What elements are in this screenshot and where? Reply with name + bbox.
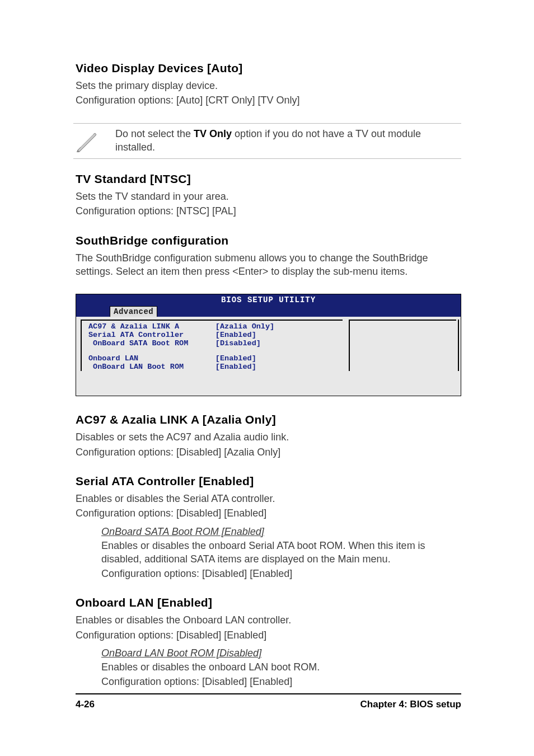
text: Enables or disables the Serial ATA contr… [76,492,461,505]
subheading: OnBoard SATA Boot ROM [Enabled] [101,526,461,538]
heading-ac97: AC97 & Azalia LINK A [Azalia Only] [76,413,461,426]
bios-setup-screenshot: BIOS SETUP UTILITY Advanced AC97 & Azali… [76,294,461,396]
bios-item-row: AC97 & Azalia LINK A [Azalia Only] [88,322,341,331]
text: Configuration options: [Auto] [CRT Only]… [76,93,461,107]
bios-item-row [88,348,341,354]
subheading: OnBoard LAN Boot ROM [Disabled] [101,647,461,659]
bios-tab: Advanced [110,306,157,317]
text: Configuration options: [Disabled] [Enabl… [101,675,461,688]
section-ac97: AC97 & Azalia LINK A [Azalia Only] Disab… [76,413,461,459]
text: Configuration options: [Disabled] [Enabl… [76,628,461,642]
svg-line-0 [81,134,93,147]
heading-southbridge: SouthBridge configuration [76,234,461,247]
pencil-note-icon [73,129,100,152]
section-lan: Onboard LAN [Enabled] Enables or disable… [76,596,461,688]
text: Enables or disables the onboard Serial A… [101,539,461,566]
section-sata: Serial ATA Controller [Enabled] Enables … [76,475,461,580]
text: The SouthBridge configuration submenu al… [76,251,461,279]
section-tv: TV Standard [NTSC] Sets the TV standard … [76,172,461,218]
footer: 4-26 Chapter 4: BIOS setup [76,693,461,710]
text: Configuration options: [NTSC] [PAL] [76,204,461,218]
subsection-sata-boot: OnBoard SATA Boot ROM [Enabled] Enables … [101,526,461,581]
bios-item-row: OnBoard SATA Boot ROM [Disabled] [88,339,341,348]
bios-title: BIOS SETUP UTILITY [221,295,316,304]
section-video: Video Display Devices [Auto] Sets the pr… [76,62,461,107]
heading-tv: TV Standard [NTSC] [76,172,461,186]
bios-item-row: Serial ATA Controller [Enabled] [88,331,341,339]
bios-item-row: Onboard LAN [Enabled] [88,354,341,363]
text: Enables or disables the Onboard LAN cont… [76,613,461,627]
subsection-lan-boot: OnBoard LAN Boot ROM [Disabled] Enables … [101,647,461,689]
heading-video: Video Display Devices [Auto] [76,62,461,75]
heading-lan: Onboard LAN [Enabled] [76,596,461,609]
chapter-label: Chapter 4: BIOS setup [360,699,461,710]
section-southbridge: SouthBridge configuration The SouthBridg… [76,234,461,279]
note-bold: TV Only [194,128,232,139]
text: Disables or sets the AC97 and Azalia aud… [76,430,461,444]
text: Configuration options: [Disabled] [Enabl… [101,567,461,580]
text: Configuration options: [Disabled] [Azali… [76,445,461,459]
text: Enables or disables the onboard LAN boot… [101,660,461,674]
note-pre: Do not select the [115,128,194,139]
text: Sets the primary display device. [76,79,461,92]
heading-sata: Serial ATA Controller [Enabled] [76,475,461,488]
page-number: 4-26 [76,699,95,710]
text: Configuration options: [Disabled] [Enabl… [76,506,461,520]
bios-left-panel: AC97 & Azalia LINK A [Azalia Only]Serial… [76,317,349,396]
bios-item-row: OnBoard LAN Boot ROM [Enabled] [88,363,341,371]
note-box: Do not select the TV Only option if you … [73,123,461,159]
text: Sets the TV standard in your area. [76,190,461,203]
bios-right-panel [349,317,461,396]
note-text: Do not select the TV Only option if you … [115,127,461,154]
